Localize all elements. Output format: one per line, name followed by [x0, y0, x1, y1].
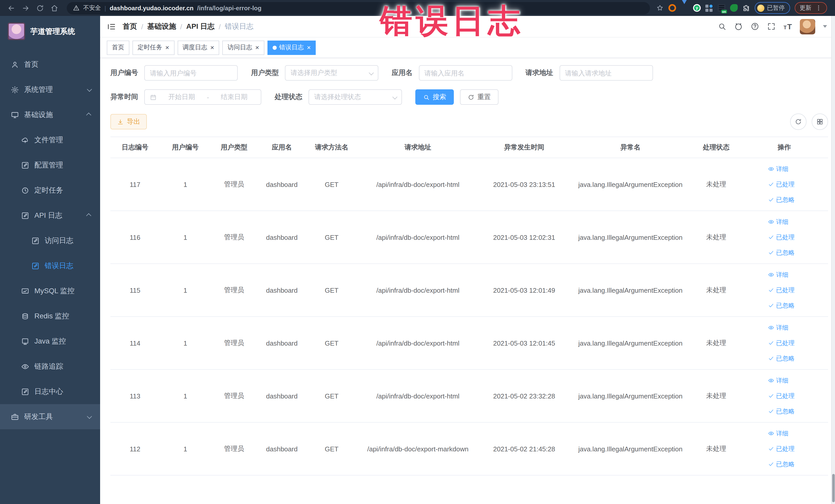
- sidebar-item-access-log[interactable]: 访问日志: [0, 228, 100, 253]
- extension-on-badge: on: [721, 10, 727, 13]
- detail-link[interactable]: 详细: [768, 376, 789, 385]
- calendar-icon: [150, 94, 157, 100]
- font-size-icon[interactable]: TT: [783, 23, 792, 30]
- check-icon: [768, 408, 774, 415]
- profile-paused-badge[interactable]: 已暂停: [755, 2, 790, 14]
- check-icon: [768, 461, 774, 467]
- detail-link[interactable]: 详细: [768, 270, 789, 279]
- fullscreen-icon[interactable]: [767, 22, 776, 31]
- grid-icon: [816, 118, 823, 125]
- url-divider: |: [104, 4, 106, 12]
- mark-ignored-link[interactable]: 已忽略: [768, 301, 795, 310]
- check-icon: [768, 446, 774, 452]
- url-host: dashboard.yudao.iocoder.cn: [109, 4, 194, 12]
- request-url-input[interactable]: [559, 65, 653, 81]
- tab-schedule-log[interactable]: 调度日志 ×: [177, 40, 219, 55]
- app-logo-row[interactable]: 芋道管理系统: [0, 16, 100, 45]
- sidebar-item-redis-monitor[interactable]: Redis 监控: [0, 303, 100, 329]
- mark-processed-link[interactable]: 已处理: [768, 286, 795, 295]
- extension-icon-shield[interactable]: [681, 4, 688, 12]
- refresh-table-button[interactable]: [790, 114, 806, 130]
- extension-icon-grid[interactable]: [705, 4, 713, 12]
- tab-error-log[interactable]: 错误日志 ×: [267, 40, 316, 55]
- breadcrumb-home[interactable]: 首页: [123, 22, 137, 31]
- bookmark-star-icon[interactable]: [656, 4, 664, 12]
- sidebar-item-dev-tools[interactable]: 研发工具: [0, 404, 100, 429]
- sidebar-item-api-log[interactable]: API 日志: [0, 203, 100, 228]
- edit-icon: [21, 387, 29, 396]
- detail-link[interactable]: 详细: [768, 218, 789, 226]
- mark-ignored-link[interactable]: 已忽略: [768, 354, 795, 363]
- page-scrollbar[interactable]: [831, 16, 835, 504]
- sidebar-item-system-management[interactable]: 系统管理: [0, 77, 100, 102]
- browser-back-icon[interactable]: [5, 2, 18, 14]
- browser-reload-icon[interactable]: [34, 2, 46, 14]
- process-status-select[interactable]: 请选择处理状态: [308, 89, 402, 105]
- help-icon[interactable]: [751, 22, 759, 31]
- extension-icon-orange[interactable]: [668, 4, 676, 12]
- mark-processed-link[interactable]: 已处理: [768, 391, 795, 400]
- mark-processed-link[interactable]: 已处理: [768, 339, 795, 347]
- tab-access-log[interactable]: 访问日志 ×: [222, 40, 264, 55]
- sidebar-collapse-icon[interactable]: [107, 22, 116, 31]
- breadcrumb-infrastructure[interactable]: 基础设施: [147, 22, 176, 31]
- sidebar-item-file-management[interactable]: 文件管理: [0, 127, 100, 153]
- extensions-puzzle-icon[interactable]: [742, 4, 750, 12]
- browser-forward-icon[interactable]: [20, 2, 32, 14]
- mark-processed-link[interactable]: 已处理: [768, 444, 795, 453]
- github-icon[interactable]: [734, 22, 743, 31]
- mark-processed-link[interactable]: 已处理: [768, 180, 795, 189]
- mark-ignored-link[interactable]: 已忽略: [768, 195, 795, 204]
- mark-ignored-link[interactable]: 已忽略: [768, 460, 795, 468]
- exception-time-range-picker[interactable]: 开始日期 - 结束日期: [144, 89, 261, 105]
- user-avatar[interactable]: [799, 19, 815, 34]
- sidebar-item-mysql-monitor[interactable]: MySQL 监控: [0, 278, 100, 303]
- browser-update-button[interactable]: 更新: [794, 2, 827, 14]
- sidebar-item-error-log[interactable]: 错误日志: [0, 253, 100, 278]
- extension-icon-leaf[interactable]: [730, 4, 738, 12]
- mark-processed-link[interactable]: 已处理: [768, 233, 795, 242]
- sidebar-item-home[interactable]: 首页: [0, 52, 100, 77]
- address-bar[interactable]: 不安全 | dashboard.yudao.iocoder.cn/infra/l…: [67, 2, 650, 14]
- edit-icon: [21, 161, 29, 169]
- detail-link[interactable]: 详细: [768, 323, 789, 332]
- close-icon[interactable]: ×: [210, 44, 214, 51]
- extension-icon-switch[interactable]: on: [718, 4, 726, 12]
- sidebar-item-trace[interactable]: 链路追踪: [0, 354, 100, 379]
- tab-home[interactable]: 首页: [107, 40, 129, 55]
- sidebar-item-infrastructure[interactable]: 基础设施: [0, 102, 100, 127]
- browser-extensions-area: y on 已暂停 更新: [656, 2, 830, 14]
- col-exception-time: 异常发生时间: [479, 137, 569, 158]
- sidebar-item-java-monitor[interactable]: Java 监控: [0, 329, 100, 354]
- reset-button[interactable]: 重置: [460, 89, 498, 105]
- app-title: 芋道管理系统: [30, 26, 75, 36]
- detail-link[interactable]: 详细: [768, 165, 789, 173]
- close-icon[interactable]: ×: [165, 44, 169, 51]
- export-button[interactable]: 导出: [110, 114, 147, 129]
- mark-ignored-link[interactable]: 已忽略: [768, 407, 795, 416]
- check-icon: [768, 393, 774, 399]
- detail-link[interactable]: 详细: [768, 429, 789, 438]
- tab-scheduled-tasks[interactable]: 定时任务 ×: [133, 40, 174, 55]
- sidebar-item-scheduled-tasks[interactable]: 定时任务: [0, 178, 100, 203]
- breadcrumb-api-log[interactable]: API 日志: [186, 22, 215, 31]
- browser-home-icon[interactable]: [48, 2, 61, 14]
- main-area: 首页 / 基础设施 / API 日志 / 错误日志 TT: [100, 16, 835, 504]
- search-button[interactable]: 搜索: [415, 89, 454, 105]
- app-name-input[interactable]: [419, 65, 512, 81]
- sidebar-item-log-center[interactable]: 日志中心: [0, 379, 100, 404]
- user-id-input[interactable]: [144, 65, 238, 81]
- column-settings-button[interactable]: [811, 114, 828, 130]
- table-row: 112 1 管理员 dashboard GET /api/infra/db-do…: [110, 422, 828, 475]
- search-icon[interactable]: [718, 22, 727, 31]
- close-icon[interactable]: ×: [307, 44, 311, 51]
- extension-icon-green-y[interactable]: y: [693, 4, 701, 12]
- sidebar-item-config-management[interactable]: 配置管理: [0, 153, 100, 178]
- user-type-select[interactable]: 请选择用户类型: [285, 65, 378, 81]
- scrollbar-thumb[interactable]: [832, 474, 835, 502]
- browser-menu-dots-icon[interactable]: [815, 5, 822, 11]
- close-icon[interactable]: ×: [255, 44, 259, 51]
- mark-ignored-link[interactable]: 已忽略: [768, 248, 795, 257]
- avatar-caret-down-icon[interactable]: [823, 25, 827, 28]
- search-icon: [423, 94, 430, 100]
